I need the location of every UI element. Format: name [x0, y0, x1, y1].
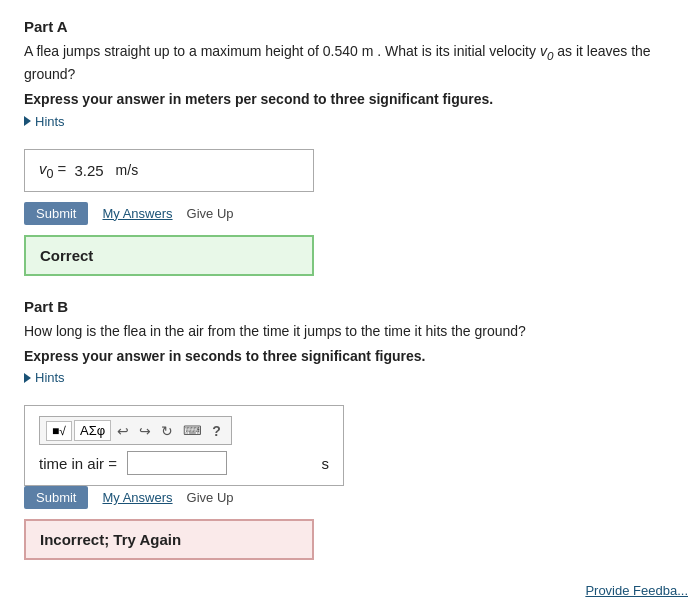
part-b-my-answers-link[interactable]: My Answers — [102, 490, 172, 505]
part-b-answer-input[interactable] — [127, 451, 227, 475]
toolbar-asigma-button[interactable]: AΣφ — [74, 420, 111, 441]
part-a-answer-row: v0 = 3.25 m/s — [39, 160, 299, 181]
part-b-hints-link[interactable]: Hints — [24, 370, 65, 385]
part-b-answer-box: ■√ AΣφ ↩ ↪ ↻ ⌨ ? time in air = s — [24, 405, 344, 486]
part-a-result-label: Correct — [40, 247, 93, 264]
part-a-unit: m/s — [116, 162, 139, 178]
part-b-submit-row: Submit My Answers Give Up — [24, 486, 676, 509]
provide-feedback-link[interactable]: Provide Feedba... — [585, 583, 688, 598]
toolbar-help-icon[interactable]: ? — [208, 421, 225, 441]
part-b-section: Part B How long is the flea in the air f… — [24, 298, 676, 561]
part-a-result-box: Correct — [24, 235, 314, 276]
page: Part A A flea jumps straight up to a max… — [0, 0, 700, 610]
part-a-section: Part A A flea jumps straight up to a max… — [24, 18, 676, 276]
part-a-answer-box: v0 = 3.25 m/s — [24, 149, 314, 192]
part-b-answer-prefix: time in air = — [39, 455, 117, 472]
part-b-submit-button[interactable]: Submit — [24, 486, 88, 509]
hints-triangle-icon — [24, 116, 31, 126]
v0-symbol: v0 — [540, 43, 553, 59]
toolbar-refresh-icon[interactable]: ↻ — [157, 421, 177, 441]
toolbar-undo-icon[interactable]: ↩ — [113, 421, 133, 441]
part-a-answer-value: 3.25 — [74, 162, 103, 179]
part-a-instruction: Express your answer in meters per second… — [24, 91, 676, 107]
part-b-title: Part B — [24, 298, 676, 315]
part-a-submit-row: Submit My Answers Give Up — [24, 202, 676, 225]
toolbar-keyboard-icon[interactable]: ⌨ — [179, 421, 206, 440]
part-b-result-box: Incorrect; Try Again — [24, 519, 314, 560]
toolbar-redo-icon[interactable]: ↪ — [135, 421, 155, 441]
part-b-give-up-link[interactable]: Give Up — [187, 490, 234, 505]
part-b-answer-row: time in air = s — [39, 451, 329, 475]
math-toolbar: ■√ AΣφ ↩ ↪ ↻ ⌨ ? — [39, 416, 232, 445]
part-a-v0-label: v0 = — [39, 160, 66, 181]
part-a-question: A flea jumps straight up to a maximum he… — [24, 41, 676, 85]
part-a-give-up-link[interactable]: Give Up — [187, 206, 234, 221]
hints-b-triangle-icon — [24, 373, 31, 383]
part-b-instruction: Express your answer in seconds to three … — [24, 348, 676, 364]
part-a-title: Part A — [24, 18, 676, 35]
part-a-submit-button[interactable]: Submit — [24, 202, 88, 225]
part-b-unit: s — [322, 455, 330, 472]
part-b-result-label: Incorrect; Try Again — [40, 531, 181, 548]
part-a-hints-link[interactable]: Hints — [24, 114, 65, 129]
toolbar-sqrt-button[interactable]: ■√ — [46, 421, 72, 441]
part-b-question: How long is the flea in the air from the… — [24, 321, 676, 342]
part-a-my-answers-link[interactable]: My Answers — [102, 206, 172, 221]
